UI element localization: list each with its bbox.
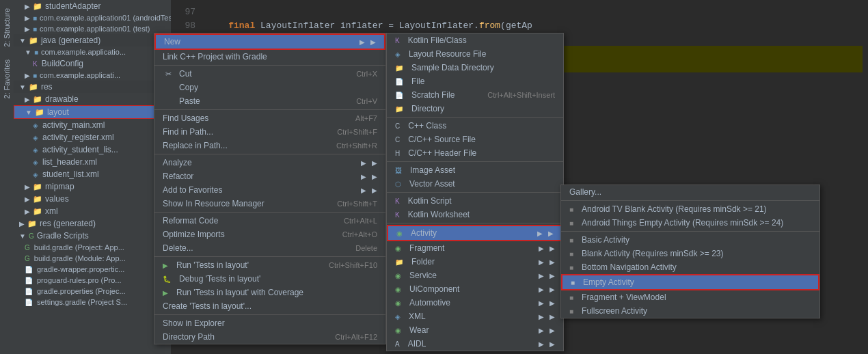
submenu1-item-folder[interactable]: 📁 Folder ▶: [387, 255, 563, 269]
sidebar-item-proguard[interactable]: 📄 proguard-rules.pro (Pro...: [14, 275, 171, 286]
sidebar-item-com1[interactable]: ▼ ■ com.example.applicatio...: [14, 46, 171, 57]
menu-item-optimize[interactable]: Optimize Imports Ctrl+Alt+O: [154, 228, 385, 241]
directory-path-shortcut: Ctrl+Alt+F12: [335, 333, 377, 341]
favorites-tab[interactable]: 2: Favorites: [1, 54, 12, 104]
menu-item-find-usages[interactable]: Find Usages Alt+F7: [154, 111, 385, 125]
sidebar-item-student-list[interactable]: ◈ student_list.xml: [14, 168, 171, 180]
file-icon: 📄: [25, 288, 33, 295]
sidebar-item-build-gradle-module[interactable]: G build.gradle (Module: App...: [14, 253, 171, 264]
menu-item-debug-tests[interactable]: 🐛 Debug 'Tests in layout': [154, 272, 385, 286]
submenu2-item-basic[interactable]: ■ Basic Activity: [561, 233, 819, 247]
submenu-new[interactable]: K Kotlin File/Class ◈ Layout Resource Fi…: [386, 33, 564, 351]
folder-icon: 📁: [33, 182, 42, 191]
sidebar-item-gradle-wrapper[interactable]: 📄 gradle-wrapper.propertic...: [14, 264, 171, 275]
sidebar-item-buildconfig[interactable]: K BuildConfig: [14, 57, 171, 70]
menu-item-run-tests[interactable]: ▶ Run 'Tests in layout' Ctrl+Shift+F10: [154, 258, 385, 272]
submenu2-item-empty[interactable]: ■ Empty Activity: [561, 274, 819, 290]
menu-item-paste[interactable]: Paste Ctrl+V: [154, 94, 385, 108]
menu-item-directory-path[interactable]: Directory Path Ctrl+Alt+F12: [154, 330, 385, 344]
menu-item-copy[interactable]: Copy: [154, 81, 385, 94]
submenu-activity[interactable]: Gallery... ■ Android TV Blank Activity (…: [560, 185, 820, 318]
menu-item-refactor[interactable]: Refactor ▶: [154, 169, 385, 183]
submenu2-item-fragment-viewmodel[interactable]: ■ Fragment + ViewModel: [561, 290, 819, 304]
sidebar-item-mipmap[interactable]: ▶ 📁 mipmap: [14, 180, 171, 193]
submenu2-item-gallery[interactable]: Gallery...: [561, 185, 819, 199]
submenu1-item-service[interactable]: ◉ Service ▶: [387, 269, 563, 282]
sidebar-item-activity-register[interactable]: ◈ activity_register.xml: [14, 131, 171, 144]
delete-shortcut: Delete: [355, 244, 377, 252]
sidebar-item-activity-main[interactable]: ◈ activity_main.xml: [14, 119, 171, 131]
refactor-label: Refactor: [163, 172, 355, 181]
menu-item-cut[interactable]: ✂ Cut Ctrl+X: [154, 67, 385, 81]
sidebar-item-gradle-properties[interactable]: 📄 gradle.properties (Projec...: [14, 286, 171, 297]
menu-item-show-explorer[interactable]: Show in Explorer: [154, 316, 385, 330]
submenu1-item-wear[interactable]: ◉ Wear ▶: [387, 323, 563, 337]
sidebar-item-com2[interactable]: ▶ ■ com.example.applicati...: [14, 70, 171, 81]
sidebar-item-label: com.example.application01 (androidTest): [40, 14, 171, 22]
submenu2-item-blank[interactable]: ■ Blank Activity (Requires minSdk >= 23): [561, 247, 819, 260]
sidebar-item-list-header[interactable]: ◈ list_header.xml: [14, 156, 171, 168]
submenu1-item-layout-resource[interactable]: ◈ Layout Resource File: [387, 47, 563, 61]
menu-item-find-path[interactable]: Find in Path... Ctrl+Shift+F: [154, 125, 385, 139]
submenu1-item-xml[interactable]: ◈ XML ▶: [387, 310, 563, 323]
submenu2-item-tv-blank[interactable]: ■ Android TV Blank Activity (Requires mi…: [561, 202, 819, 216]
menu-item-new[interactable]: New ▶: [154, 33, 385, 50]
submenu1-item-uicomponent[interactable]: ◉ UiComponent ▶: [387, 282, 563, 296]
separator3: [154, 154, 385, 154]
sidebar-item-layout[interactable]: ▼ 📁 layout: [14, 105, 171, 119]
submenu1-item-kotlin-worksheet[interactable]: K Kotlin Worksheet: [387, 208, 563, 221]
submenu2-item-fullscreen[interactable]: ■ Fullscreen Activity: [561, 304, 819, 318]
menu-item-run-coverage[interactable]: ▶ Run 'Tests in layout' with Coverage: [154, 286, 385, 299]
sidebar-item-drawable[interactable]: ▶ 📁 drawable: [14, 93, 171, 105]
sidebar-item-build-gradle-project[interactable]: G build.gradle (Project: App...: [14, 242, 171, 253]
folder-icon: 📁: [29, 83, 38, 92]
submenu2-item-bottom-nav[interactable]: ■ Bottom Navigation Activity: [561, 260, 819, 274]
submenu1-item-automotive[interactable]: ◉ Automotive ▶: [387, 296, 563, 310]
left-tabs: 2: Structure 2: Favorites: [0, 0, 14, 354]
context-menu[interactable]: New ▶ Link C++ Project with Gradle ✂ Cut…: [154, 33, 386, 344]
sidebar-item-res[interactable]: ▼ 📁 res: [14, 81, 171, 93]
submenu1-item-vector-asset[interactable]: ⬡ Vector Asset: [387, 177, 563, 191]
submenu1-item-image-asset[interactable]: 🖼 Image Asset: [387, 163, 563, 177]
cpp-class-label: C++ Class: [408, 121, 555, 131]
submenu2-item-things-empty[interactable]: ■ Android Things Empty Activity (Require…: [561, 216, 819, 230]
submenu1-item-scratch[interactable]: 📄 Scratch File Ctrl+Alt+Shift+Insert: [387, 88, 563, 102]
menu-item-delete[interactable]: Delete... Delete: [154, 241, 385, 255]
menu-item-replace-path[interactable]: Replace in Path... Ctrl+Shift+R: [154, 139, 385, 152]
menu-item-reformat[interactable]: Reformat Code Ctrl+Alt+L: [154, 214, 385, 228]
menu-item-analyze[interactable]: Analyze ▶: [154, 156, 385, 169]
submenu1-item-fragment[interactable]: ◉ Fragment ▶: [387, 241, 563, 255]
submenu1-item-kotlin[interactable]: K Kotlin File/Class: [387, 33, 563, 47]
sidebar-item-res-generated[interactable]: ▶ 📁 res (generated): [14, 217, 171, 230]
submenu1-item-activity[interactable]: ◉ Activity ▶: [387, 225, 563, 241]
sidebar-item-values[interactable]: ▶ 📁 values: [14, 193, 171, 205]
submenu1-item-cpp-source[interactable]: C C/C++ Source File: [387, 133, 563, 146]
menu-item-create-tests[interactable]: Create 'Tests in layout'...: [154, 299, 385, 313]
menu-item-favorites[interactable]: Add to Favorites ▶: [154, 183, 385, 197]
menu-item-show-resource[interactable]: Show In Resource Manager Ctrl+Shift+T: [154, 197, 385, 210]
sidebar-item-label: layout: [47, 107, 69, 117]
sidebar-item-androidtest[interactable]: ▶ ■ com.example.application01 (androidTe…: [14, 12, 171, 23]
image-asset-label: Image Asset: [410, 165, 555, 175]
sidebar-item-settings-gradle[interactable]: 📄 settings.gradle (Project S...: [14, 297, 171, 308]
separator4: [154, 212, 385, 213]
sidebar-item-activity-student[interactable]: ◈ activity_student_lis...: [14, 144, 171, 156]
sidebar-item-xml[interactable]: ▶ 📁 xml: [14, 205, 171, 217]
submenu1-item-file[interactable]: 📄 File: [387, 74, 563, 88]
sidebar-item-test[interactable]: ▶ ■ com.example.application01 (test): [14, 23, 171, 34]
submenu1-item-kotlin-script[interactable]: K Kotlin Script: [387, 194, 563, 208]
submenu1-item-cpp-class[interactable]: C C++ Class: [387, 119, 563, 133]
submenu1-item-cpp-header[interactable]: H C/C++ Header File: [387, 146, 563, 160]
structure-tab[interactable]: 2: Structure: [1, 3, 12, 53]
sep2: [387, 161, 563, 162]
sidebar-item-studentadapter[interactable]: ▶ 📁 studentAdapter: [14, 0, 171, 12]
sidebar-item-java-generated[interactable]: ▼ 📁 java (generated): [14, 34, 171, 46]
menu-item-link-cpp[interactable]: Link C++ Project with Gradle: [154, 50, 385, 64]
submenu1-item-sample-data[interactable]: 📁 Sample Data Directory: [387, 61, 563, 74]
service-label: Service: [409, 271, 533, 280]
menu-item-copy-label: Copy: [179, 83, 377, 92]
sidebar-item-gradle-scripts[interactable]: ▼ G Gradle Scripts: [14, 230, 171, 242]
submenu1-item-directory[interactable]: 📁 Directory: [387, 102, 563, 115]
submenu1-item-aidl[interactable]: A AIDL ▶: [387, 337, 563, 351]
gradle-icon: G: [25, 244, 30, 251]
